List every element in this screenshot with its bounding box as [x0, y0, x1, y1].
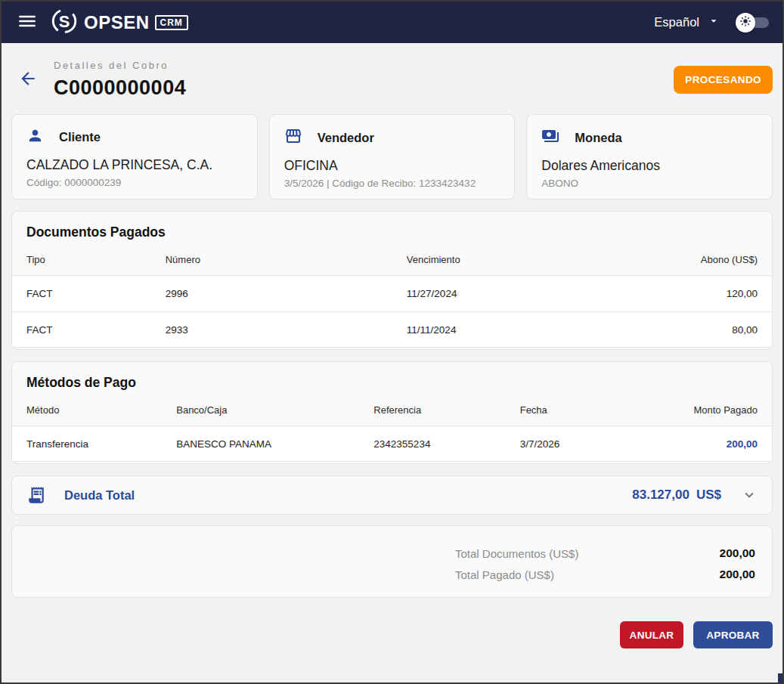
info-cards-row: Cliente CALZADO LA PRINCESA, C.A. Código…: [11, 114, 773, 200]
total-pagado-row: Total Pagado (US$) 200,00: [29, 564, 755, 585]
deuda-total-accordion[interactable]: Deuda Total 83.127,00 US$: [11, 475, 773, 515]
cliente-detail: Código: 0000000239: [26, 177, 243, 188]
cell-numero: 2996: [166, 288, 407, 299]
total-documentos-label: Total Documentos (US$): [455, 547, 646, 560]
card-vendedor-label: Vendedor: [318, 131, 374, 145]
total-documentos-value: 200,00: [646, 546, 755, 560]
documentos-title: Documentos Pagados: [12, 212, 772, 243]
deuda-total-amount: 83.127,00: [632, 487, 689, 503]
main-content: Detalles del Cobro C0000000004 PROCESAND…: [2, 43, 782, 682]
total-pagado-value: 200,00: [646, 568, 755, 581]
col-header-banco: Banco/Caja: [176, 404, 373, 416]
language-label: Español: [654, 15, 699, 29]
table-row[interactable]: FACT 2933 11/11/2024 80,00: [12, 311, 772, 348]
total-documentos-row: Total Documentos (US$) 200,00: [29, 543, 755, 564]
card-vendedor-head: Vendedor: [284, 127, 500, 148]
col-header-vencimiento: Vencimiento: [407, 254, 582, 265]
total-pagado-label: Total Pagado (US$): [455, 568, 646, 581]
metodos-title: Métodos de Pago: [12, 362, 772, 394]
deuda-total-label: Deuda Total: [64, 488, 135, 503]
brand-badge: CRM: [155, 15, 188, 30]
status-badge[interactable]: PROCESANDO: [674, 66, 773, 94]
svg-text:S: S: [59, 11, 70, 30]
top-navbar: S OPSEN CRM Español: [2, 2, 782, 43]
documentos-table-header: Tipo Número Vencimiento Abono (US$): [12, 243, 772, 275]
card-cliente-head: Cliente: [26, 127, 243, 147]
col-header-metodo: Método: [26, 404, 176, 416]
opsen-logo-icon: S: [50, 7, 79, 39]
person-icon: [26, 127, 44, 147]
cell-monto: 200,00: [648, 438, 758, 450]
sun-icon: [739, 15, 751, 30]
app-window: S OPSEN CRM Español: [0, 0, 784, 684]
theme-toggle[interactable]: [736, 13, 772, 32]
language-selector[interactable]: Español: [654, 15, 719, 29]
brand-logo[interactable]: S OPSEN CRM: [50, 7, 188, 39]
cell-referencia: 2342355234: [373, 438, 519, 450]
col-header-monto: Monto Pagado: [648, 404, 758, 416]
aprobar-button[interactable]: APROBAR: [693, 621, 773, 648]
card-cliente-label: Cliente: [59, 130, 101, 144]
col-header-tipo: Tipo: [26, 254, 166, 265]
documentos-pagados-section: Documentos Pagados Tipo Número Vencimien…: [11, 211, 773, 350]
storefront-icon: [284, 127, 302, 148]
card-moneda-label: Moneda: [575, 131, 621, 145]
detail-header: Detalles del Cobro C0000000004 PROCESAND…: [11, 43, 773, 100]
brand-name: OPSEN: [84, 12, 150, 33]
col-header-numero: Número: [166, 254, 407, 265]
card-vendedor: Vendedor OFICINA 3/5/2026 | Código de Re…: [269, 114, 516, 200]
cell-metodo: Transferencia: [26, 438, 176, 450]
cell-tipo: FACT: [26, 288, 166, 299]
cell-abono: 80,00: [582, 324, 758, 336]
cell-vencimiento: 11/11/2024: [407, 324, 582, 336]
vendedor-detail: 3/5/2026 | Código de Recibo: 1233423432: [284, 178, 500, 189]
metodos-table-header: Método Banco/Caja Referencia Fecha Monto…: [12, 394, 772, 426]
action-buttons-row: ANULAR APROBAR: [11, 621, 773, 648]
card-cliente: Cliente CALZADO LA PRINCESA, C.A. Código…: [11, 114, 258, 200]
moneda-detail: ABONO: [541, 178, 758, 189]
back-button[interactable]: [11, 63, 45, 97]
navbar-right: Español: [654, 13, 772, 32]
cell-banco: BANESCO PANAMA: [176, 438, 373, 450]
card-moneda-head: Moneda: [541, 127, 758, 148]
caret-down-icon: [708, 15, 719, 29]
metodos-pago-section: Métodos de Pago Método Banco/Caja Refere…: [11, 361, 773, 464]
table-row[interactable]: Transferencia BANESCO PANAMA 2342355234 …: [12, 426, 772, 462]
moneda-name: Dolares Americanos: [541, 158, 758, 174]
cell-fecha: 3/7/2026: [520, 438, 648, 450]
totals-card: Total Documentos (US$) 200,00 Total Paga…: [11, 525, 773, 598]
cell-vencimiento: 11/27/2024: [407, 288, 582, 299]
page-title: C0000000004: [54, 76, 186, 100]
header-titles: Detalles del Cobro C0000000004: [54, 60, 186, 100]
scrollbar-corner: [778, 673, 782, 682]
cell-tipo: FACT: [26, 324, 166, 336]
cliente-name: CALZADO LA PRINCESA, C.A.: [26, 157, 243, 173]
breadcrumb: Detalles del Cobro: [54, 60, 186, 71]
col-header-fecha: Fecha: [520, 404, 648, 416]
toggle-thumb: [736, 13, 755, 32]
receipt-icon: [26, 485, 46, 505]
deuda-total-currency: US$: [696, 487, 721, 503]
payments-icon: [541, 127, 559, 148]
chevron-down-icon[interactable]: [741, 487, 758, 503]
card-moneda: Moneda Dolares Americanos ABONO: [526, 114, 773, 200]
menu-button[interactable]: [12, 8, 42, 38]
arrow-back-icon: [18, 69, 38, 91]
hamburger-icon: [17, 11, 37, 33]
cell-numero: 2933: [166, 324, 407, 336]
col-header-referencia: Referencia: [373, 404, 519, 416]
anular-button[interactable]: ANULAR: [620, 621, 683, 648]
vendedor-name: OFICINA: [284, 158, 500, 174]
table-row[interactable]: FACT 2996 11/27/2024 120,00: [12, 275, 772, 311]
col-header-abono: Abono (US$): [582, 254, 758, 265]
cell-abono: 120,00: [582, 288, 758, 299]
